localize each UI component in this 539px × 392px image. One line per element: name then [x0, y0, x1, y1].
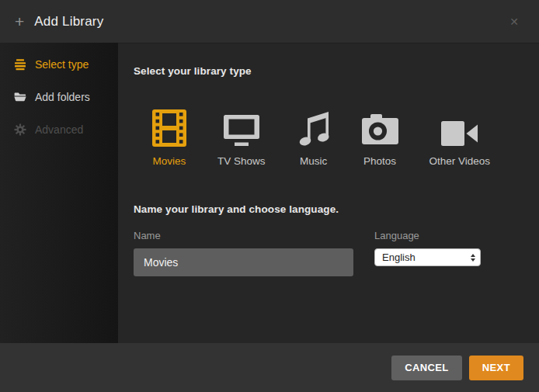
film-strip-icon — [152, 109, 186, 147]
dialog-footer: CANCEL NEXT — [0, 343, 539, 392]
library-type-other-videos[interactable]: Other Videos — [429, 108, 491, 167]
main-content: Select your library type — [118, 43, 539, 343]
library-type-photos[interactable]: Photos — [362, 108, 398, 167]
name-field-group: Name — [134, 230, 353, 276]
select-stepper-icon — [471, 254, 475, 262]
library-type-label: Photos — [363, 155, 396, 167]
language-select-value: English — [382, 252, 416, 263]
name-field-label: Name — [134, 230, 353, 241]
sidebar-item-label: Advanced — [35, 123, 83, 136]
dialog-title: Add Library — [34, 14, 103, 29]
language-field-group: Language English — [374, 230, 481, 276]
library-type-label: TV Shows — [217, 155, 266, 167]
gear-icon — [14, 123, 26, 136]
sidebar-item-advanced[interactable]: Advanced — [0, 113, 118, 146]
camera-icon — [362, 114, 398, 147]
library-type-label: Movies — [153, 155, 186, 167]
add-library-dialog: + Add Library ✕ Select type Add folders — [0, 0, 539, 392]
tv-icon — [223, 114, 260, 147]
next-button[interactable]: NEXT — [469, 356, 523, 380]
sidebar-item-add-folders[interactable]: Add folders — [0, 81, 118, 113]
sidebar-item-label: Select type — [35, 58, 89, 71]
dialog-header: + Add Library ✕ — [0, 0, 539, 43]
sidebar: Select type Add folders Advanced — [0, 43, 118, 343]
select-type-icon — [14, 58, 26, 71]
name-input[interactable] — [134, 248, 353, 276]
library-type-heading: Select your library type — [134, 65, 523, 77]
library-type-movies[interactable]: Movies — [152, 108, 186, 167]
sidebar-item-select-type[interactable]: Select type — [0, 48, 118, 81]
sidebar-item-label: Add folders — [35, 91, 90, 103]
name-library-heading: Name your library and choose language. — [134, 203, 523, 215]
music-notes-icon — [297, 109, 331, 147]
language-field-label: Language — [374, 230, 481, 241]
language-select[interactable]: English — [374, 248, 481, 266]
close-icon[interactable]: ✕ — [506, 13, 522, 30]
library-type-label: Other Videos — [429, 155, 491, 167]
camcorder-icon — [441, 120, 478, 147]
plus-icon: + — [15, 13, 24, 29]
library-type-tv-shows[interactable]: TV Shows — [217, 108, 266, 167]
library-type-label: Music — [300, 155, 327, 167]
library-type-music[interactable]: Music — [297, 108, 331, 167]
folder-icon — [14, 91, 26, 103]
library-type-row: Movies TV Shows — [152, 108, 523, 167]
library-form: Name Language English — [134, 230, 523, 276]
cancel-button[interactable]: CANCEL — [391, 356, 462, 380]
